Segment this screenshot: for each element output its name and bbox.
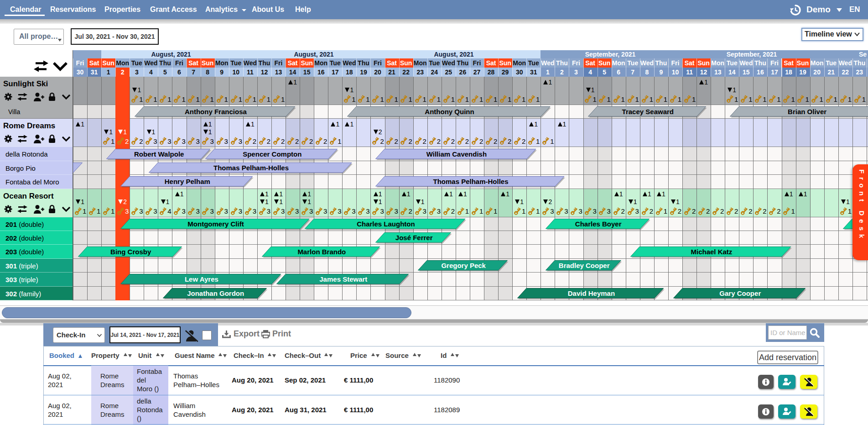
svg-text:Gregory Peck: Gregory Peck (442, 262, 486, 269)
svg-text:Charles Boyer: Charles Boyer (575, 220, 622, 227)
svg-text:Michael Katz: Michael Katz (691, 247, 733, 255)
svg-text:Spencer Compton: Spencer Compton (243, 150, 301, 157)
svg-text:Thomas Pelham-Holles: Thomas Pelham-Holles (433, 178, 508, 185)
svg-text:Anthony Franciosa: Anthony Franciosa (185, 108, 247, 115)
svg-text:Henry Pelham: Henry Pelham (164, 178, 210, 185)
svg-text:Thomas Pelham-Holles: Thomas Pelham-Holles (213, 164, 289, 172)
svg-text:James Stewart: James Stewart (319, 275, 367, 283)
svg-text:Bradley Cooper: Bradley Cooper (559, 262, 610, 269)
svg-text:Charles Laughton: Charles Laughton (357, 220, 415, 227)
svg-text:David Heyman: David Heyman (567, 289, 614, 297)
svg-text:Brian Oliver: Brian Oliver (788, 108, 826, 115)
svg-text:Bing Crosby: Bing Crosby (110, 247, 151, 255)
svg-text:José Ferrer: José Ferrer (395, 234, 433, 241)
svg-text:Robert Walpole: Robert Walpole (134, 150, 184, 157)
svg-text:Anthony Quinn: Anthony Quinn (425, 108, 474, 115)
svg-text:Gary Cooper: Gary Cooper (719, 289, 761, 297)
svg-text:Montgomery Clift: Montgomery Clift (187, 220, 244, 227)
svg-text:Jonathan Gordon: Jonathan Gordon (187, 289, 244, 297)
svg-text:Tracey Seaward: Tracey Seaward (622, 108, 674, 115)
svg-text:Marlon Brando: Marlon Brando (298, 247, 346, 255)
svg-text:Lew Ayres: Lew Ayres (185, 275, 218, 283)
svg-text:William Cavendish: William Cavendish (426, 150, 487, 157)
